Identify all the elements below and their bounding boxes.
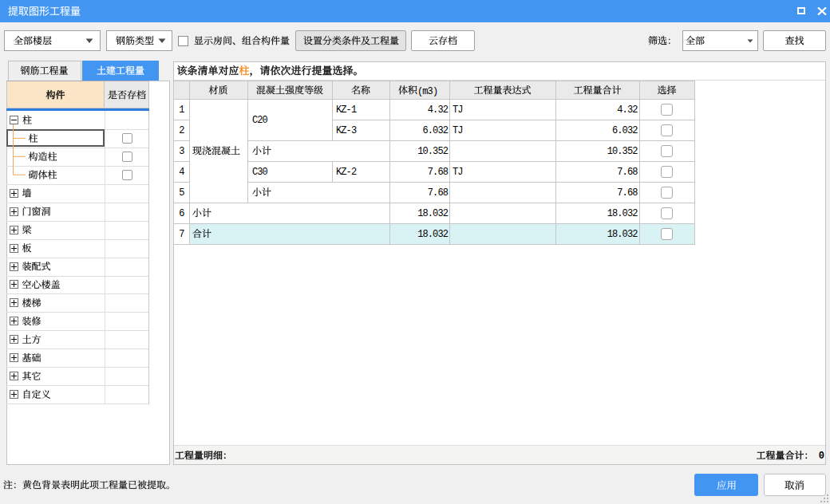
svg-text:7: 7 [179,229,184,240]
svg-text:1: 1 [179,104,184,116]
svg-text:18.032: 18.032 [607,208,638,219]
svg-text:2: 2 [179,125,184,136]
svg-text:3: 3 [179,146,184,157]
svg-text:KZ-2: KZ-2 [336,167,357,178]
svg-text:18.032: 18.032 [417,229,449,240]
svg-text:6.032: 6.032 [422,125,448,136]
svg-text:7.68: 7.68 [428,167,449,178]
svg-text:TJ: TJ [453,167,463,178]
svg-text:KZ-3: KZ-3 [336,125,357,136]
svg-text:7.68: 7.68 [617,187,638,199]
svg-text:18.032: 18.032 [607,229,638,240]
svg-text:7.68: 7.68 [617,167,638,178]
svg-text:4: 4 [179,167,184,178]
svg-text:5: 5 [179,187,184,199]
svg-text:(m3): (m3) [417,86,437,97]
svg-text:18.032: 18.032 [417,208,449,219]
svg-text:4.32: 4.32 [428,104,449,116]
svg-text:10.352: 10.352 [417,146,449,157]
svg-text:0: 0 [819,451,824,462]
svg-text:TJ: TJ [453,104,463,116]
svg-text:6: 6 [179,208,184,219]
svg-text:6.032: 6.032 [612,125,638,136]
svg-text:7.68: 7.68 [428,187,449,199]
svg-text:C30: C30 [252,167,268,178]
svg-text:C20: C20 [252,115,268,126]
svg-text:KZ-1: KZ-1 [336,104,357,116]
svg-text:4.32: 4.32 [617,104,638,116]
svg-text:10.352: 10.352 [607,146,638,157]
svg-text:TJ: TJ [453,125,463,136]
